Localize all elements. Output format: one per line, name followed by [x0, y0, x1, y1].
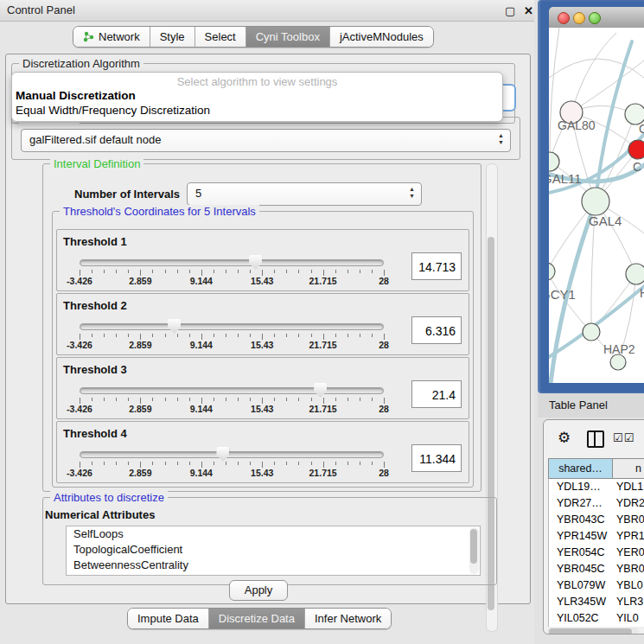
gear-icon[interactable]: ⚙: [558, 429, 571, 447]
table-row[interactable]: YER054CYER0: [549, 545, 644, 561]
table-row[interactable]: YLR345WYLR3: [549, 594, 644, 610]
tab-discretize-data[interactable]: Discretize Data: [208, 609, 304, 628]
tick-mark: [286, 398, 287, 401]
node-gal4[interactable]: [582, 188, 609, 215]
label-mid-right-partial: H: [640, 286, 644, 300]
control-panel-titlebar: Control Panel ▢ ✕: [0, 0, 534, 22]
tab-label: Style: [160, 30, 185, 43]
network-view-window[interactable]: GAL80 GA C GAL11 GAL4 GCY1 H HAP2: [538, 0, 644, 393]
combo-spinner-icon[interactable]: ▲▼: [409, 186, 415, 200]
table-header-row: shared… n: [548, 458, 644, 479]
slider-thumb[interactable]: [314, 383, 327, 398]
slider-thumb[interactable]: [249, 255, 262, 270]
float-panel-icon[interactable]: ▢: [505, 4, 515, 17]
threshold-value-field[interactable]: 6.316: [411, 316, 462, 344]
slider-track: [80, 451, 384, 458]
list-item[interactable]: BetweennessCentrality: [67, 558, 480, 573]
cell-name: YBR0: [613, 512, 644, 528]
tick-mark: [226, 462, 226, 465]
tab-network[interactable]: Network: [73, 27, 150, 47]
tick-mark: [104, 398, 105, 401]
tab-impute-data[interactable]: Impute Data: [128, 609, 208, 628]
apply-button[interactable]: Apply: [229, 580, 288, 601]
table-data-combo[interactable]: galFiltered.sif default node ▲▼: [21, 129, 511, 152]
tab-style[interactable]: Style: [150, 27, 194, 47]
tick-mark: [152, 462, 153, 465]
node-red[interactable]: [628, 140, 644, 159]
tick-mark: [226, 334, 226, 337]
column-view-icon[interactable]: [587, 430, 604, 448]
threshold-slider[interactable]: -3.4262.8599.14415.4321.71528: [80, 256, 384, 285]
attributes-list-scrollbar[interactable]: [469, 527, 479, 574]
threshold-value-field[interactable]: 11.344: [411, 444, 462, 472]
tick-mark: [335, 270, 336, 273]
threshold-slider[interactable]: -3.4262.8599.14415.4321.71528: [80, 448, 384, 477]
cell-shared-name: YLR345W: [549, 594, 613, 610]
tab-label: Infer Network: [315, 612, 381, 625]
node-gal11[interactable]: [549, 152, 559, 171]
tick-mark: [165, 462, 166, 465]
popup-item-equal-width[interactable]: Equal Width/Frequency Discretization: [16, 104, 210, 117]
panel-title: Control Panel: [7, 3, 75, 16]
minimize-traffic-light[interactable]: [573, 12, 585, 24]
tab-infer-network[interactable]: Infer Network: [304, 609, 391, 628]
tick-label: 15.43: [251, 404, 273, 414]
cell-name: YLR3: [613, 594, 644, 610]
scrollbar-thumb[interactable]: [470, 529, 477, 564]
network-window-titlebar[interactable]: [549, 7, 644, 29]
cell-shared-name: YBR043C: [549, 512, 613, 528]
combo-spinner-icon[interactable]: ▲▼: [498, 132, 504, 146]
tab-jactivemnodules[interactable]: jActiveMNodules: [329, 27, 433, 47]
zoom-traffic-light[interactable]: [589, 12, 601, 24]
checkbox-filter-icons[interactable]: ☑☑: [613, 431, 634, 444]
node-bottom[interactable]: [610, 354, 626, 370]
table-row[interactable]: YDR27…YDR2: [549, 495, 644, 512]
tick-mark: [92, 270, 92, 273]
cell-name: YBL0: [613, 577, 644, 594]
thresholds-group: Threshold's Coordinates for 5 Intervals …: [52, 211, 474, 488]
slider-thumb[interactable]: [168, 319, 181, 334]
slider-thumb[interactable]: [216, 447, 229, 462]
column-header-name[interactable]: n: [613, 459, 644, 478]
threshold-slider[interactable]: -3.4262.8599.14415.4321.71528: [80, 384, 384, 413]
close-traffic-light[interactable]: [558, 12, 570, 24]
threshold-label: Threshold 2: [63, 299, 127, 312]
tick-mark: [140, 462, 141, 468]
table-row[interactable]: YBR043CYBR0: [549, 512, 644, 528]
list-item[interactable]: TopologicalCoefficient: [67, 542, 480, 558]
tick-mark: [335, 398, 336, 401]
node-mid-right[interactable]: [626, 264, 644, 284]
list-item[interactable]: SelfLoops: [67, 526, 480, 542]
tick-mark: [311, 334, 312, 337]
number-of-intervals-combo[interactable]: 5 ▲▼: [187, 182, 422, 206]
tick-mark: [189, 270, 190, 273]
table-row[interactable]: YBR045CYBR0: [549, 561, 644, 577]
tick-mark: [262, 398, 263, 404]
scrollbar-thumb[interactable]: [549, 628, 632, 634]
tab-cyni-toolbox[interactable]: Cyni Toolbox: [245, 27, 329, 47]
algorithm-dropdown-popup: Select algorithm to view settings Manual…: [11, 72, 503, 122]
threshold-value-field[interactable]: 21.4: [411, 380, 462, 408]
popup-item-manual[interactable]: Manual Discretization: [16, 89, 136, 102]
node-gcy1[interactable]: [549, 263, 555, 280]
threshold-value-field[interactable]: 14.713: [411, 252, 462, 280]
numerical-attributes-list[interactable]: SelfLoopsTopologicalCoefficientBetweenne…: [66, 526, 481, 576]
tick-mark: [152, 398, 153, 401]
close-panel-icon[interactable]: ✕: [524, 4, 533, 17]
table-row[interactable]: YPR145WYPR1: [549, 528, 644, 545]
tick-mark: [116, 334, 117, 337]
table-horizontal-scrollbar[interactable]: [547, 628, 639, 634]
network-canvas[interactable]: GAL80 GA C GAL11 GAL4 GCY1 H HAP2: [549, 28, 644, 383]
table-row[interactable]: YIL052CYIL0: [549, 610, 644, 627]
tick-label: 9.144: [190, 340, 213, 350]
node-hap2[interactable]: [583, 323, 600, 341]
tick-mark: [360, 270, 360, 273]
cell-shared-name: YIL052C: [549, 610, 613, 627]
table-row[interactable]: YBL079WYBL0: [549, 577, 644, 594]
label-red-partial: C: [633, 160, 641, 174]
table-row[interactable]: YDL19…YDL1: [549, 479, 644, 495]
tab-select[interactable]: Select: [194, 27, 245, 47]
threshold-slider[interactable]: -3.4262.8599.14415.4321.71528: [80, 320, 384, 349]
label-gal4: GAL4: [589, 214, 622, 228]
column-header-shared-name[interactable]: shared…: [549, 459, 613, 478]
